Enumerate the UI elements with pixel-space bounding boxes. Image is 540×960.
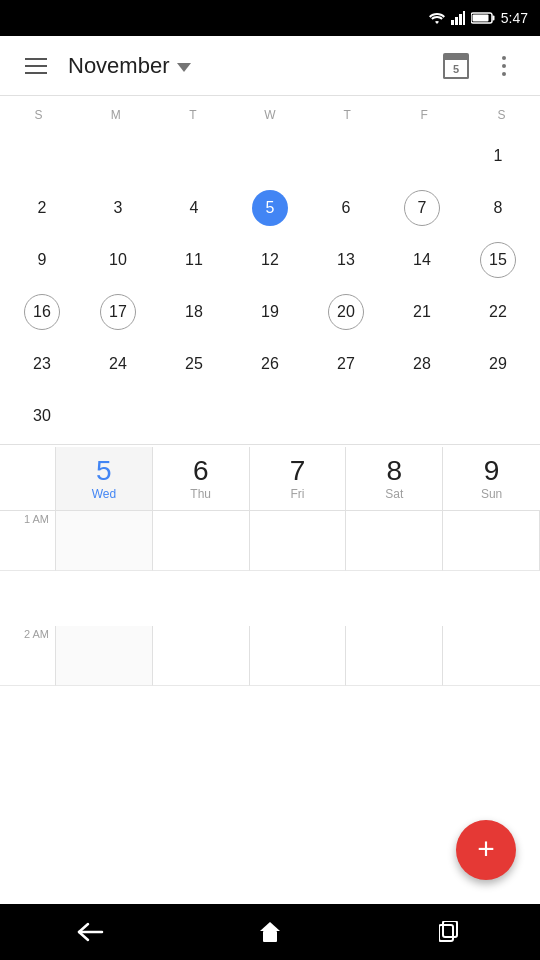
status-icons: 5:47 — [429, 10, 528, 26]
week-day-col-thu[interactable]: 6Thu — [153, 447, 250, 510]
week-grid-cell[interactable] — [346, 511, 443, 571]
day-number: 25 — [176, 346, 212, 382]
battery-icon — [471, 12, 495, 24]
week-day-name: Thu — [190, 487, 211, 501]
calendar-cell[interactable]: 8 — [460, 182, 536, 234]
calendar-cell[interactable]: 11 — [156, 234, 232, 286]
svg-marker-8 — [260, 922, 280, 931]
today-button[interactable]: 5 — [436, 46, 476, 86]
calendar-cell[interactable]: 5 — [232, 182, 308, 234]
calendar-cell[interactable]: 24 — [80, 338, 156, 390]
calendar-cell[interactable]: 9 — [4, 234, 80, 286]
week-grid-cell[interactable] — [346, 626, 443, 686]
calendar-cell — [384, 390, 460, 442]
recents-button[interactable] — [410, 912, 490, 952]
week-day-number: 8 — [387, 457, 403, 485]
calendar-cell[interactable]: 7 — [384, 182, 460, 234]
home-icon — [258, 920, 282, 944]
calendar-cell[interactable]: 1 — [460, 130, 536, 182]
calendar-cell[interactable]: 27 — [308, 338, 384, 390]
calendar-cell — [308, 390, 384, 442]
day-number: 26 — [252, 346, 288, 382]
calendar-cell — [156, 390, 232, 442]
day-number: 11 — [176, 242, 212, 278]
week-grid-cell[interactable] — [153, 511, 250, 571]
day-number: 30 — [24, 398, 60, 434]
week-day-col-wed[interactable]: 5Wed — [56, 447, 153, 510]
day-number: 21 — [404, 294, 440, 330]
day-number: 10 — [100, 242, 136, 278]
week-grid-cell[interactable] — [56, 511, 153, 571]
calendar-cell[interactable]: 23 — [4, 338, 80, 390]
calendar-cell[interactable]: 28 — [384, 338, 460, 390]
calendar-cell[interactable]: 22 — [460, 286, 536, 338]
calendar-cell[interactable]: 4 — [156, 182, 232, 234]
calendar-cell[interactable]: 26 — [232, 338, 308, 390]
day-label-s: S — [463, 104, 540, 126]
calendar-cell[interactable]: 20 — [308, 286, 384, 338]
day-number: 2 — [24, 190, 60, 226]
week-grid-cell[interactable] — [153, 626, 250, 686]
time-label: 1 AM — [24, 513, 49, 525]
week-grid-cell[interactable] — [250, 511, 347, 571]
calendar-cell[interactable]: 15 — [460, 234, 536, 286]
menu-button[interactable] — [16, 46, 56, 86]
day-number: 29 — [480, 346, 516, 382]
more-options-button[interactable] — [484, 46, 524, 86]
calendar-cell[interactable]: 17 — [80, 286, 156, 338]
add-event-button[interactable]: + — [456, 820, 516, 880]
calendar-cell[interactable]: 6 — [308, 182, 384, 234]
svg-rect-10 — [443, 921, 457, 937]
week-day-col-fri[interactable]: 7Fri — [250, 447, 347, 510]
svg-rect-0 — [451, 20, 454, 25]
week-grid-cell[interactable] — [443, 626, 540, 686]
week-day-number: 6 — [193, 457, 209, 485]
calendar-cell[interactable]: 25 — [156, 338, 232, 390]
calendar-cell[interactable]: 16 — [4, 286, 80, 338]
week-day-col-sun[interactable]: 9Sun — [443, 447, 540, 510]
time-label: 2 AM — [24, 628, 49, 640]
home-button[interactable] — [230, 912, 310, 952]
calendar-cell — [308, 130, 384, 182]
dropdown-arrow-icon — [177, 63, 191, 72]
day-number: 12 — [252, 242, 288, 278]
day-number: 24 — [100, 346, 136, 382]
day-number: 13 — [328, 242, 364, 278]
week-grid-cell[interactable] — [250, 626, 347, 686]
calendar-cell[interactable]: 10 — [80, 234, 156, 286]
svg-rect-11 — [439, 925, 453, 941]
calendar-cell — [232, 130, 308, 182]
back-button[interactable] — [50, 912, 130, 952]
add-icon: + — [477, 834, 495, 864]
week-day-name: Sat — [385, 487, 403, 501]
calendar-cell[interactable]: 29 — [460, 338, 536, 390]
calendar-cell[interactable]: 18 — [156, 286, 232, 338]
calendar-cell[interactable]: 19 — [232, 286, 308, 338]
week-body: 1 AM2 AM — [0, 511, 540, 741]
calendar-cell[interactable]: 3 — [80, 182, 156, 234]
calendar-cell[interactable]: 13 — [308, 234, 384, 286]
app-bar-title[interactable]: November — [68, 53, 436, 79]
calendar-cell[interactable]: 30 — [4, 390, 80, 442]
calendar-cell[interactable]: 12 — [232, 234, 308, 286]
calendar-cell — [384, 130, 460, 182]
day-label-m: M — [77, 104, 154, 126]
calendar-cell[interactable]: 2 — [4, 182, 80, 234]
week-grid-cell[interactable] — [56, 626, 153, 686]
week-day-number: 9 — [484, 457, 500, 485]
day-number: 19 — [252, 294, 288, 330]
calendar-grid: 1234567891011121314151617181920212223242… — [0, 130, 540, 442]
recents-icon — [439, 921, 461, 943]
svg-rect-6 — [472, 15, 488, 22]
signal-icon — [451, 11, 465, 25]
svg-rect-3 — [463, 11, 465, 25]
day-labels-row: SMTWTFS — [0, 96, 540, 130]
week-grid-cell[interactable] — [443, 511, 540, 571]
time-label-cell: 2 AM — [0, 626, 56, 686]
status-bar: 5:47 — [0, 0, 540, 36]
week-day-name: Wed — [92, 487, 116, 501]
calendar-cell[interactable]: 21 — [384, 286, 460, 338]
calendar-cell[interactable]: 14 — [384, 234, 460, 286]
day-number: 22 — [480, 294, 516, 330]
week-day-col-sat[interactable]: 8Sat — [346, 447, 443, 510]
